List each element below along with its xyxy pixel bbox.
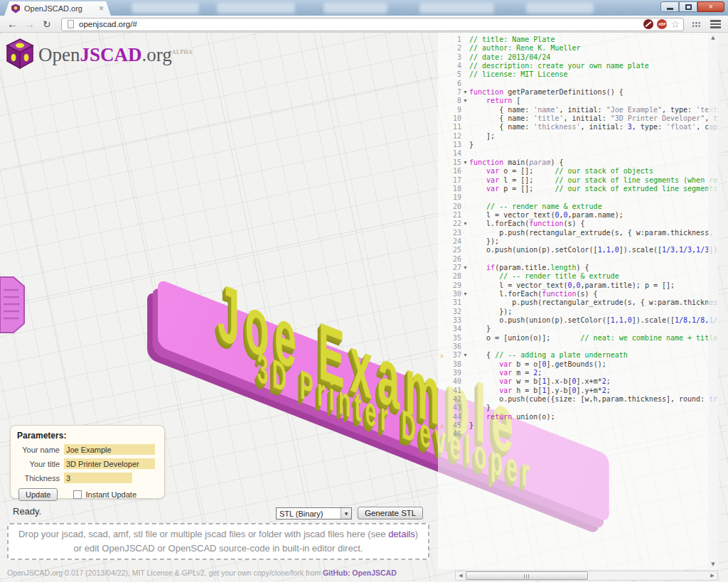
gutter-spacer (461, 106, 469, 114)
code-line[interactable]: 13} (438, 141, 718, 149)
fold-arrow-icon[interactable]: ▾ (461, 264, 469, 272)
code-line[interactable]: 18 var p = []; // our stack of extruded … (438, 185, 718, 193)
code-line[interactable]: 10 { name: 'title', initial: "3D Printer… (438, 114, 718, 123)
code-lines[interactable]: 1// title: Name Plate2// author: Rene K.… (438, 36, 718, 439)
fold-arrow-icon[interactable]: ▾ (461, 158, 469, 167)
code-line[interactable]: 43 } (438, 404, 718, 412)
gutter-spacer (461, 377, 469, 386)
fold-arrow-icon[interactable]: ▾ (461, 97, 469, 105)
code-line[interactable]: 29 l = vector_text(0,0,param.title); p =… (438, 281, 718, 290)
chevron-down-icon[interactable]: ▼ (341, 508, 351, 519)
code-line[interactable]: 27▾ if(param.title.length) { (438, 264, 718, 272)
tab-close-icon[interactable]: × (99, 4, 104, 14)
code-line[interactable]: ⚠37▾ { // -- adding a plate underneath (438, 351, 718, 360)
window-maximize-button[interactable] (679, 1, 697, 12)
code-line[interactable]: 15▾function main(param) { (438, 158, 718, 167)
warning-icon: ⚠ (438, 351, 446, 360)
scroll-down-icon[interactable]: ▼ (708, 559, 718, 569)
code-editor[interactable]: 1// title: Name Plate2// author: Rene K.… (438, 33, 718, 569)
code-line[interactable]: 11 { name: 'thickness', initial: 3, type… (438, 123, 718, 131)
editor-vertical-scrollbar[interactable]: ▲ ▼ (708, 33, 718, 569)
code-line[interactable]: 12 ]; (438, 132, 718, 141)
update-button[interactable]: Update (18, 488, 58, 501)
window-close-button[interactable]: × (697, 1, 724, 12)
instant-update-checkbox[interactable] (73, 490, 82, 499)
file-drop-zone[interactable]: Drop your jscad, scad, amf, stl file or … (7, 523, 429, 560)
code-line[interactable]: 24 }); (438, 237, 718, 246)
code-line[interactable]: 7▾function getParameterDefinitions() { (438, 88, 718, 97)
browser-menu-icon[interactable] (710, 20, 721, 30)
code-line[interactable]: 3// date: 2013/04/24 (438, 53, 718, 62)
code-line[interactable]: 30▾ l.forEach(function(s) { (438, 290, 718, 298)
thickness-field[interactable] (64, 473, 132, 483)
code-line[interactable]: 32 }); (438, 308, 718, 316)
viewport-3d[interactable]: Joe Example 3D Printer Developer OpenJSC… (0, 33, 728, 582)
fold-arrow-icon[interactable]: ▾ (461, 351, 469, 360)
scroll-up-icon[interactable]: ▲ (708, 33, 718, 43)
url-text[interactable]: openjscad.org/# (79, 20, 640, 28)
code-line[interactable]: 20 // -- render name & extrude (438, 203, 718, 211)
code-line[interactable]: 33 o.push(union(p).setColor([1,1,0]).sca… (438, 316, 718, 325)
side-drawer-handle[interactable] (0, 276, 26, 334)
code-line[interactable]: 31 p.push(rectangular_extrude(s, { w:par… (438, 298, 718, 307)
generate-stl-button[interactable]: Generate STL (358, 507, 423, 519)
code-line[interactable]: ⚠45} (438, 421, 718, 430)
github-link[interactable]: GitHub: OpenJSCAD (323, 568, 397, 577)
code-line[interactable]: 9 { name: 'name', initial: "Joe Example"… (438, 106, 718, 114)
name-field[interactable] (64, 444, 155, 455)
plugin-blocked-icon[interactable] (643, 19, 653, 29)
code-text: function main(param) { (469, 158, 718, 167)
code-text: }); (469, 308, 718, 316)
details-link[interactable]: details (388, 529, 415, 539)
back-button[interactable]: ← (7, 17, 18, 31)
code-line[interactable]: 19 (438, 193, 718, 202)
scroll-right-icon[interactable]: ▶ (707, 571, 717, 581)
code-line[interactable]: 21 l = vector_text(0,0,param.name); (438, 211, 718, 220)
code-line[interactable]: 44 return union(o); (438, 413, 718, 421)
code-line[interactable]: 1// title: Name Plate (438, 36, 718, 44)
title-field[interactable] (64, 458, 155, 469)
window-minimize-button[interactable] (660, 1, 679, 12)
code-text: var w = b[1].x-b[0].x+m*2; (469, 377, 718, 386)
code-line[interactable]: 2// author: Rene K. Mueller (438, 44, 718, 53)
code-line[interactable]: 16 var o = []; // our stack of objects (438, 167, 718, 176)
code-line[interactable]: 26 (438, 255, 718, 264)
code-line[interactable]: 28 // -- render title & extrude (438, 272, 718, 281)
bookmark-star-icon[interactable]: ☆ (670, 19, 680, 29)
gutter-spacer (438, 97, 446, 105)
reload-button[interactable]: ↻ (43, 17, 51, 31)
export-format-select[interactable]: STL (Binary) ▼ (276, 507, 352, 519)
code-line[interactable]: 34 } (438, 325, 718, 333)
code-line[interactable]: 4// description: create your own name pl… (438, 62, 718, 70)
scroll-left-icon[interactable]: ◀ (456, 571, 466, 581)
fold-arrow-icon[interactable]: ▾ (461, 88, 469, 97)
scrollbar-thumb[interactable] (466, 571, 588, 580)
gutter-spacer (461, 70, 469, 79)
code-line[interactable]: 40 var w = b[1].x-b[0].x+m*2; (438, 377, 718, 386)
code-line[interactable]: 22▾ l.forEach(function(s) { (438, 220, 718, 228)
title-field-label: Your title (17, 460, 64, 468)
extensions-grid-icon[interactable] (692, 21, 701, 28)
code-line[interactable]: 8▾ return [ (438, 97, 718, 105)
code-line[interactable]: 5// license: MIT License (438, 70, 718, 79)
code-line[interactable]: 38 var b = o[0].getBounds(); (438, 360, 718, 369)
browser-tab[interactable]: OpenJSCAD.org × (4, 1, 111, 16)
code-line[interactable]: 17 var l = []; // our stack of line segm… (438, 176, 718, 185)
code-line[interactable]: 36 (438, 343, 718, 351)
code-line[interactable]: 41 var h = b[1].y-b[0].y+m*2; (438, 387, 718, 395)
code-line[interactable]: 46 (438, 430, 718, 438)
code-line[interactable]: 35 o = [union(o)]; // neat: we combine n… (438, 334, 718, 343)
gutter-spacer (438, 395, 446, 404)
code-line[interactable]: 42 o.push(cube({size: [w,h,param.thickne… (438, 395, 718, 404)
editor-horizontal-scrollbar[interactable]: ◀ ▶ (455, 571, 718, 581)
fold-arrow-icon[interactable]: ▾ (461, 220, 469, 228)
code-line[interactable]: 25 o.push(union(p).setColor([1,1,0]).sca… (438, 246, 718, 254)
adblock-icon[interactable]: ABP (657, 19, 667, 29)
address-bar[interactable]: openjscad.org/# ABP ☆ (61, 18, 684, 31)
fold-arrow-icon[interactable]: ▾ (461, 290, 469, 298)
code-line[interactable]: 23 p.push(rectangular_extrude(s, { w:par… (438, 229, 718, 237)
line-number: 14 (446, 149, 461, 158)
code-line[interactable]: 14 (438, 149, 718, 158)
code-line[interactable]: 6 (438, 80, 718, 88)
code-line[interactable]: 39 var m = 2; (438, 369, 718, 377)
